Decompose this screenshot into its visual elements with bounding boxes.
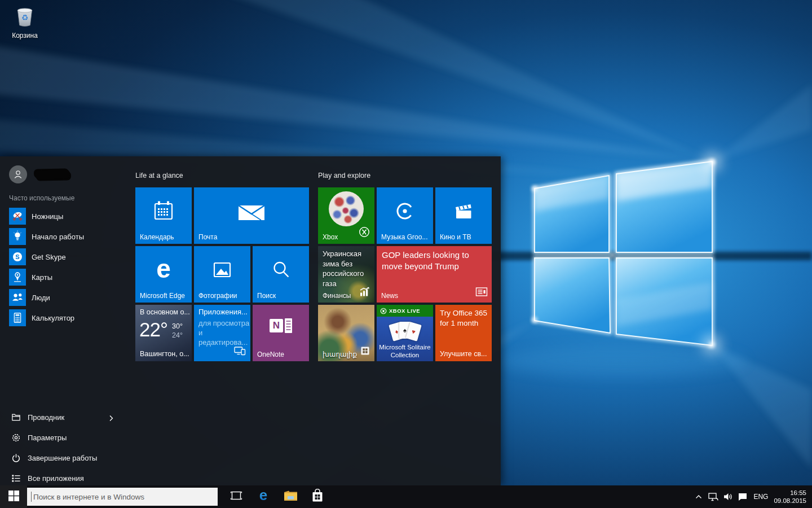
- tile-label: Фотографии: [198, 292, 237, 300]
- tile-label: Microsoft Solitaire Collection: [377, 344, 433, 359]
- folder-icon: [11, 413, 21, 422]
- xbox-live-label: XBOX LIVE: [389, 308, 420, 314]
- file-explorer-icon: [284, 490, 298, 503]
- store-badge-icon: [361, 347, 369, 357]
- tile-label: խաղալիք: [323, 351, 357, 358]
- sidebar-item-label: Калькулятор: [32, 314, 74, 322]
- weather-location: Вашингтон, о...: [140, 350, 189, 358]
- sidebar-item-get-started[interactable]: Начало работы: [0, 226, 134, 247]
- sidebar-item-label: Get Skype: [32, 253, 66, 261]
- weather-condition: В основном о...: [140, 308, 190, 316]
- tile-label: OneNote: [257, 351, 284, 358]
- tile-finance[interactable]: Украинская зима без российского газа Фин…: [318, 246, 374, 303]
- svg-text:S: S: [15, 253, 20, 260]
- gear-icon: [11, 433, 21, 443]
- sidebar-item-snipping-tool[interactable]: Ножницы: [0, 206, 134, 226]
- edge-icon: e: [256, 488, 271, 506]
- tile-label: Финансы: [323, 292, 351, 300]
- news-headline: GOP leaders looking to move beyond Trump: [382, 249, 486, 272]
- file-explorer-taskbar-button[interactable]: [277, 485, 303, 508]
- tile-office-promo[interactable]: Try Office 365 for 1 month Улучшите св..…: [435, 305, 492, 361]
- tray-chevron-up-icon[interactable]: [691, 485, 706, 508]
- photos-icon: [194, 257, 250, 282]
- playing-cards: ♦ ♠ ♥: [377, 322, 433, 347]
- xbox-gamer-avatar: [329, 191, 364, 226]
- tile-calendar[interactable]: Календарь: [135, 187, 192, 244]
- system-tray: ENG 16:55 09.08.2015: [691, 485, 812, 508]
- calendar-icon: [135, 199, 192, 224]
- finance-headline: Украинская зима без российского газа: [323, 249, 371, 288]
- tile-label: Кино и ТВ: [440, 233, 471, 241]
- start-button[interactable]: [0, 485, 27, 508]
- tile-photos[interactable]: Фотографии: [194, 246, 250, 303]
- apps-promo-body: для просмотра и редактирова...: [198, 318, 249, 347]
- office-promo-subtitle: Улучшите св...: [440, 350, 487, 358]
- finance-chart-icon: [359, 287, 370, 299]
- sidebar-item-file-explorer[interactable]: Проводник: [0, 407, 134, 427]
- sidebar-item-label: Начало работы: [32, 233, 84, 241]
- tray-time: 16:55: [774, 489, 806, 497]
- language-indicator[interactable]: ENG: [750, 493, 771, 501]
- onenote-icon: N: [253, 318, 309, 333]
- frequent-section-header: Часто используемые: [9, 194, 74, 202]
- tile-xbox[interactable]: Xbox: [318, 187, 374, 244]
- svg-text:♻: ♻: [21, 14, 28, 22]
- sidebar-item-label: Карты: [32, 273, 52, 282]
- apps-promo-title: Приложения...: [198, 308, 248, 316]
- tile-game[interactable]: խաղալիք: [318, 305, 374, 361]
- edge-taskbar-button[interactable]: e: [250, 485, 276, 508]
- clapperboard-icon: [435, 199, 492, 224]
- sidebar-item-label: Ножницы: [32, 212, 63, 221]
- tile-movies-tv[interactable]: Кино и ТВ: [435, 187, 492, 244]
- sidebar-item-get-skype[interactable]: S Get Skype: [0, 247, 134, 267]
- search-icon: [253, 257, 309, 282]
- power-icon: [11, 453, 21, 463]
- tile-groove-music[interactable]: Музыка Groo...: [377, 187, 433, 244]
- tile-news[interactable]: GOP leaders looking to move beyond Trump…: [377, 246, 492, 303]
- lightbulb-icon: [9, 228, 26, 245]
- sidebar-item-maps[interactable]: Карты: [0, 267, 134, 287]
- tile-mail[interactable]: Почта: [194, 187, 309, 244]
- sidebar-item-power[interactable]: Завершение работы: [0, 448, 134, 468]
- sidebar-item-people[interactable]: Люди: [0, 287, 134, 308]
- scissors-icon: [9, 208, 26, 225]
- svg-text:e: e: [156, 254, 171, 283]
- frequent-apps-list: Ножницы Начало работы S: [0, 206, 134, 328]
- skype-icon: S: [9, 248, 26, 265]
- tile-label: Почта: [198, 233, 217, 241]
- xbox-live-banner: XBOX LIVE: [377, 305, 433, 317]
- tile-label: Xbox: [323, 233, 338, 241]
- start-menu: Часто используемые Ножницы: [0, 156, 501, 485]
- tile-solitaire[interactable]: XBOX LIVE ♦ ♠ ♥ Microsoft Solitaire Coll…: [377, 305, 433, 361]
- start-menu-footer: Проводник Параметры: [0, 407, 134, 488]
- sidebar-item-calculator[interactable]: Калькулятор: [0, 308, 134, 328]
- store-taskbar-button[interactable]: [304, 485, 330, 508]
- sidebar-item-label: Завершение работы: [28, 454, 97, 462]
- sidebar-item-settings[interactable]: Параметры: [0, 427, 134, 448]
- recycle-bin-icon: ♻: [12, 20, 38, 30]
- tile-onenote[interactable]: N OneNote: [253, 305, 309, 361]
- groove-music-icon: [377, 199, 433, 224]
- office-promo-title: Try Office 365 for 1 month: [440, 308, 488, 329]
- user-avatar: [9, 165, 27, 183]
- group-title-play-and-explore: Play and explore: [318, 172, 370, 179]
- tile-search[interactable]: Поиск: [253, 246, 309, 303]
- tile-weather[interactable]: В основном о... 22° 30° 24° Вашингтон, о…: [135, 305, 192, 361]
- volume-icon[interactable]: [721, 485, 735, 508]
- tile-apps-promo[interactable]: Приложения... для просмотра и редактиров…: [194, 305, 250, 361]
- tile-microsoft-edge[interactable]: e Microsoft Edge: [135, 246, 192, 303]
- mail-icon: [194, 201, 309, 222]
- sidebar-item-label: Люди: [32, 294, 50, 302]
- search-input[interactable]: [32, 492, 209, 502]
- tile-label: Музыка Groo...: [381, 233, 427, 241]
- recycle-bin[interactable]: ♻ Корзина: [3, 5, 46, 40]
- action-center-icon[interactable]: [735, 485, 750, 508]
- network-icon[interactable]: [706, 485, 721, 508]
- calculator-icon: [9, 309, 26, 326]
- user-account-button[interactable]: [9, 165, 70, 183]
- tile-label: Календарь: [140, 233, 174, 241]
- task-view-button[interactable]: [223, 485, 249, 508]
- tray-clock[interactable]: 16:55 09.08.2015: [771, 489, 812, 505]
- tile-label: News: [381, 292, 398, 300]
- map-pin-icon: [9, 269, 26, 286]
